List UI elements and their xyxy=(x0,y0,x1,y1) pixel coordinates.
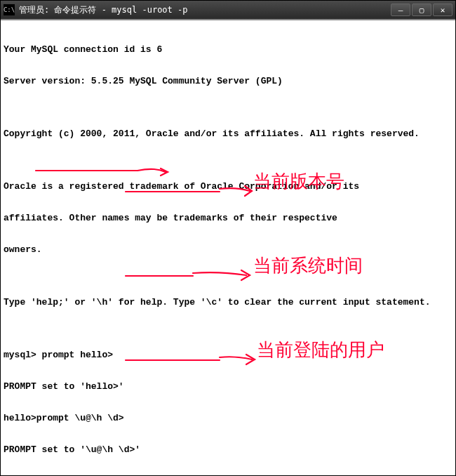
annotation-now: 当前系统时间 xyxy=(253,260,363,271)
terminal-line: mysql> prompt hello> xyxy=(4,350,452,360)
terminal-line: Type 'help;' or '\h' for help. Type '\c'… xyxy=(4,297,452,308)
terminal-line: PROMPT set to '\u@\h \d>' xyxy=(4,444,452,455)
terminal-line: Server version: 5.5.25 MySQL Community S… xyxy=(4,76,452,86)
terminal-line: hello>prompt \u@\h \d> xyxy=(4,413,452,423)
minimize-button[interactable]: — xyxy=(391,4,410,16)
terminal-output[interactable]: Your MySQL connection id is 6 Server ver… xyxy=(1,19,455,475)
maximize-button[interactable]: ▢ xyxy=(412,4,431,16)
terminal-line: Copyright (c) 2000, 2011, Oracle and/or … xyxy=(4,128,452,139)
close-button[interactable]: ✕ xyxy=(433,4,452,16)
window-titlebar: C:\ 管理员: 命令提示符 - mysql -uroot -p — ▢ ✕ xyxy=(1,1,455,19)
terminal-line: PROMPT set to 'hello>' xyxy=(4,381,452,392)
terminal-line: Oracle is a registered trademark of Orac… xyxy=(4,181,452,192)
terminal-line: affiliates. Other names may be trademark… xyxy=(4,213,452,223)
terminal-line: owners. xyxy=(4,244,452,255)
window-title: 管理员: 命令提示符 - mysql -uroot -p xyxy=(19,4,391,16)
cmd-icon: C:\ xyxy=(4,4,15,15)
terminal-line: Your MySQL connection id is 6 xyxy=(4,44,452,55)
window-buttons: — ▢ ✕ xyxy=(391,4,452,16)
